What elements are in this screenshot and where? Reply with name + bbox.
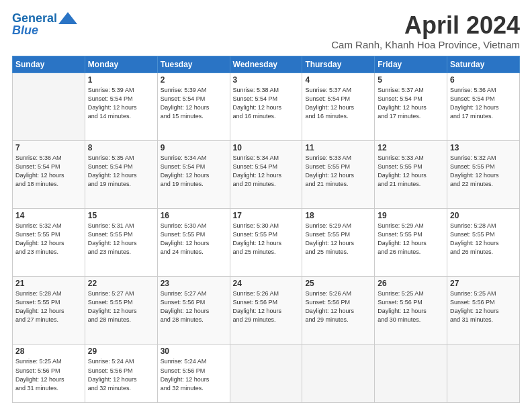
logo-blue: Blue bbox=[12, 24, 38, 36]
day-info: Sunrise: 5:25 AM Sunset: 5:56 PM Dayligh… bbox=[15, 357, 82, 392]
header: General Blue April 2024 Cam Ranh, Khanh … bbox=[12, 12, 520, 50]
calendar-week-row-4: 21Sunrise: 5:28 AM Sunset: 5:55 PM Dayli… bbox=[13, 277, 520, 345]
day-number: 5 bbox=[378, 75, 444, 85]
day-info: Sunrise: 5:32 AM Sunset: 5:55 PM Dayligh… bbox=[15, 222, 82, 257]
day-number: 2 bbox=[161, 75, 227, 85]
calendar-cell: 22Sunrise: 5:27 AM Sunset: 5:55 PM Dayli… bbox=[85, 277, 157, 345]
calendar-cell: 27Sunrise: 5:25 AM Sunset: 5:56 PM Dayli… bbox=[447, 277, 520, 345]
day-info: Sunrise: 5:26 AM Sunset: 5:56 PM Dayligh… bbox=[305, 289, 371, 324]
day-number: 14 bbox=[15, 211, 82, 220]
day-info: Sunrise: 5:30 AM Sunset: 5:55 PM Dayligh… bbox=[161, 222, 227, 257]
calendar-cell: 24Sunrise: 5:26 AM Sunset: 5:56 PM Dayli… bbox=[230, 277, 302, 345]
calendar-cell: 10Sunrise: 5:34 AM Sunset: 5:54 PM Dayli… bbox=[230, 140, 302, 208]
calendar-cell: 11Sunrise: 5:33 AM Sunset: 5:55 PM Dayli… bbox=[302, 140, 375, 208]
calendar-cell: 9Sunrise: 5:34 AM Sunset: 5:54 PM Daylig… bbox=[157, 140, 230, 208]
day-info: Sunrise: 5:27 AM Sunset: 5:55 PM Dayligh… bbox=[88, 289, 154, 324]
day-info: Sunrise: 5:25 AM Sunset: 5:56 PM Dayligh… bbox=[378, 289, 444, 324]
calendar-cell: 15Sunrise: 5:31 AM Sunset: 5:55 PM Dayli… bbox=[85, 209, 157, 277]
day-info: Sunrise: 5:38 AM Sunset: 5:54 PM Dayligh… bbox=[233, 86, 300, 121]
day-number: 9 bbox=[161, 143, 227, 152]
day-info: Sunrise: 5:33 AM Sunset: 5:55 PM Dayligh… bbox=[305, 154, 371, 189]
calendar-week-row-2: 7Sunrise: 5:36 AM Sunset: 5:54 PM Daylig… bbox=[13, 140, 520, 208]
calendar-cell bbox=[447, 345, 520, 403]
header-tuesday: Tuesday bbox=[157, 56, 230, 73]
calendar-cell bbox=[375, 345, 447, 403]
day-number: 10 bbox=[233, 143, 300, 152]
day-number: 11 bbox=[305, 143, 371, 152]
calendar-cell: 1Sunrise: 5:39 AM Sunset: 5:54 PM Daylig… bbox=[85, 73, 157, 140]
day-number: 12 bbox=[378, 143, 444, 152]
calendar-cell: 13Sunrise: 5:32 AM Sunset: 5:55 PM Dayli… bbox=[447, 140, 520, 208]
day-info: Sunrise: 5:32 AM Sunset: 5:55 PM Dayligh… bbox=[450, 154, 517, 189]
day-info: Sunrise: 5:29 AM Sunset: 5:55 PM Dayligh… bbox=[378, 222, 444, 257]
day-number: 8 bbox=[88, 143, 154, 152]
logo-icon bbox=[58, 12, 77, 24]
day-info: Sunrise: 5:30 AM Sunset: 5:55 PM Dayligh… bbox=[233, 222, 300, 257]
calendar-cell: 8Sunrise: 5:35 AM Sunset: 5:54 PM Daylig… bbox=[85, 140, 157, 208]
calendar-cell: 7Sunrise: 5:36 AM Sunset: 5:54 PM Daylig… bbox=[13, 140, 85, 208]
header-wednesday: Wednesday bbox=[230, 56, 302, 73]
calendar-cell: 6Sunrise: 5:36 AM Sunset: 5:54 PM Daylig… bbox=[447, 73, 520, 140]
calendar-week-row-3: 14Sunrise: 5:32 AM Sunset: 5:55 PM Dayli… bbox=[13, 209, 520, 277]
day-number: 30 bbox=[161, 347, 227, 356]
calendar-cell bbox=[302, 345, 375, 403]
day-number: 23 bbox=[161, 279, 227, 288]
logo: General Blue bbox=[12, 12, 77, 36]
day-info: Sunrise: 5:37 AM Sunset: 5:54 PM Dayligh… bbox=[378, 86, 444, 121]
day-info: Sunrise: 5:25 AM Sunset: 5:56 PM Dayligh… bbox=[450, 289, 517, 324]
day-info: Sunrise: 5:34 AM Sunset: 5:54 PM Dayligh… bbox=[233, 154, 300, 189]
calendar-header-row: Sunday Monday Tuesday Wednesday Thursday… bbox=[13, 56, 520, 73]
calendar-cell bbox=[230, 345, 302, 403]
calendar-cell: 20Sunrise: 5:28 AM Sunset: 5:55 PM Dayli… bbox=[447, 209, 520, 277]
day-number: 28 bbox=[15, 347, 82, 356]
day-number: 17 bbox=[233, 211, 300, 220]
day-info: Sunrise: 5:24 AM Sunset: 5:56 PM Dayligh… bbox=[88, 357, 154, 392]
day-info: Sunrise: 5:36 AM Sunset: 5:54 PM Dayligh… bbox=[15, 154, 82, 189]
day-info: Sunrise: 5:28 AM Sunset: 5:55 PM Dayligh… bbox=[450, 222, 517, 257]
header-sunday: Sunday bbox=[13, 56, 85, 73]
day-number: 27 bbox=[450, 279, 517, 288]
day-number: 7 bbox=[15, 143, 82, 152]
day-info: Sunrise: 5:24 AM Sunset: 5:56 PM Dayligh… bbox=[161, 357, 227, 392]
calendar-cell: 21Sunrise: 5:28 AM Sunset: 5:55 PM Dayli… bbox=[13, 277, 85, 345]
calendar-cell: 26Sunrise: 5:25 AM Sunset: 5:56 PM Dayli… bbox=[375, 277, 447, 345]
calendar-cell: 2Sunrise: 5:39 AM Sunset: 5:54 PM Daylig… bbox=[157, 73, 230, 140]
calendar-cell: 28Sunrise: 5:25 AM Sunset: 5:56 PM Dayli… bbox=[13, 345, 85, 403]
day-info: Sunrise: 5:31 AM Sunset: 5:55 PM Dayligh… bbox=[88, 222, 154, 257]
location-title: Cam Ranh, Khanh Hoa Province, Vietnam bbox=[331, 39, 520, 50]
logo-text: General bbox=[12, 12, 57, 24]
day-number: 24 bbox=[233, 279, 300, 288]
page: General Blue April 2024 Cam Ranh, Khanh … bbox=[0, 0, 532, 411]
calendar-cell: 25Sunrise: 5:26 AM Sunset: 5:56 PM Dayli… bbox=[302, 277, 375, 345]
day-info: Sunrise: 5:34 AM Sunset: 5:54 PM Dayligh… bbox=[161, 154, 227, 189]
title-area: April 2024 Cam Ranh, Khanh Hoa Province,… bbox=[331, 12, 520, 50]
day-number: 25 bbox=[305, 279, 371, 288]
day-number: 26 bbox=[378, 279, 444, 288]
calendar-table: Sunday Monday Tuesday Wednesday Thursday… bbox=[12, 56, 520, 403]
day-info: Sunrise: 5:39 AM Sunset: 5:54 PM Dayligh… bbox=[88, 86, 154, 121]
day-info: Sunrise: 5:29 AM Sunset: 5:55 PM Dayligh… bbox=[305, 222, 371, 257]
day-number: 16 bbox=[161, 211, 227, 220]
header-saturday: Saturday bbox=[447, 56, 520, 73]
calendar-cell: 12Sunrise: 5:33 AM Sunset: 5:55 PM Dayli… bbox=[375, 140, 447, 208]
header-friday: Friday bbox=[375, 56, 447, 73]
calendar-cell: 17Sunrise: 5:30 AM Sunset: 5:55 PM Dayli… bbox=[230, 209, 302, 277]
calendar-cell: 23Sunrise: 5:27 AM Sunset: 5:56 PM Dayli… bbox=[157, 277, 230, 345]
calendar-cell: 19Sunrise: 5:29 AM Sunset: 5:55 PM Dayli… bbox=[375, 209, 447, 277]
calendar-week-row-1: 1Sunrise: 5:39 AM Sunset: 5:54 PM Daylig… bbox=[13, 73, 520, 140]
calendar-cell: 29Sunrise: 5:24 AM Sunset: 5:56 PM Dayli… bbox=[85, 345, 157, 403]
day-number: 19 bbox=[378, 211, 444, 220]
calendar-cell: 30Sunrise: 5:24 AM Sunset: 5:56 PM Dayli… bbox=[157, 345, 230, 403]
day-info: Sunrise: 5:36 AM Sunset: 5:54 PM Dayligh… bbox=[450, 86, 517, 121]
month-title: April 2024 bbox=[331, 12, 520, 39]
svg-marker-0 bbox=[58, 12, 77, 24]
day-info: Sunrise: 5:37 AM Sunset: 5:54 PM Dayligh… bbox=[305, 86, 371, 121]
day-number: 22 bbox=[88, 279, 154, 288]
day-info: Sunrise: 5:26 AM Sunset: 5:56 PM Dayligh… bbox=[233, 289, 300, 324]
day-number: 4 bbox=[305, 75, 371, 85]
day-info: Sunrise: 5:35 AM Sunset: 5:54 PM Dayligh… bbox=[88, 154, 154, 189]
calendar-cell: 16Sunrise: 5:30 AM Sunset: 5:55 PM Dayli… bbox=[157, 209, 230, 277]
day-number: 29 bbox=[88, 347, 154, 356]
day-number: 18 bbox=[305, 211, 371, 220]
day-number: 3 bbox=[233, 75, 300, 85]
